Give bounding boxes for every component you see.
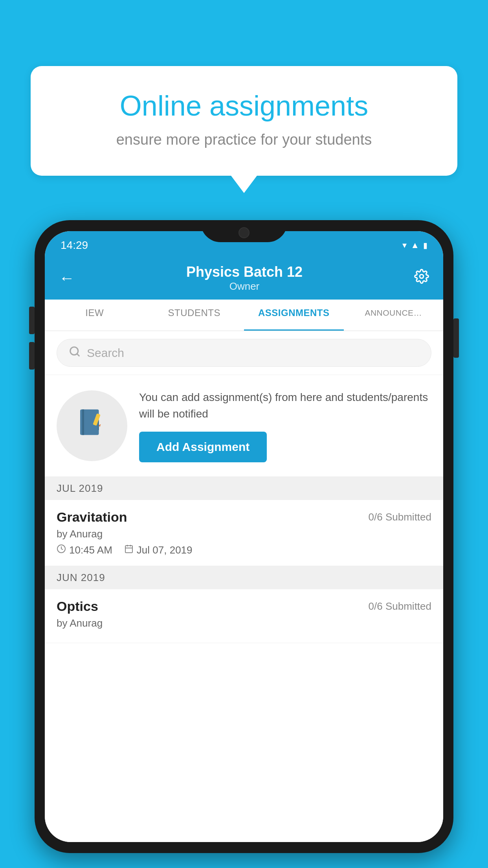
phone-device: 14:29 ▾ ▲ ▮ ← Physics Batch 12 Owner (35, 220, 453, 853)
power-button (453, 318, 459, 358)
svg-rect-4 (82, 409, 84, 435)
app-bar-title: Physics Batch 12 (186, 264, 303, 280)
cta-icon-circle (57, 390, 127, 461)
wifi-icon: ▾ (402, 240, 407, 250)
tab-students[interactable]: STUDENTS (145, 299, 244, 331)
assignment-submitted-optics: 0/6 Submitted (369, 600, 431, 612)
phone-notch (201, 220, 287, 242)
assignment-date-gravitation: Jul 07, 2019 (137, 544, 193, 556)
section-header-jul2019: JUL 2019 (45, 477, 443, 500)
search-input-wrap[interactable]: Search (57, 339, 431, 367)
bubble-title: Online assignments (62, 90, 426, 122)
svg-line-2 (77, 354, 79, 356)
clock-icon (57, 544, 66, 556)
cta-description-text: You can add assignment(s) from here and … (139, 389, 431, 422)
search-placeholder-text: Search (87, 346, 124, 360)
phone-frame: 14:29 ▾ ▲ ▮ ← Physics Batch 12 Owner (35, 220, 453, 853)
phone-camera (238, 227, 250, 238)
app-bar: ← Physics Batch 12 Owner (45, 256, 443, 300)
assignment-row1-optics: Optics 0/6 Submitted (57, 599, 431, 614)
search-container: Search (45, 331, 443, 375)
status-icons: ▾ ▲ ▮ (402, 240, 427, 250)
notebook-icon (76, 406, 108, 445)
volume-up-button (29, 307, 35, 334)
bubble-subtitle: ensure more practice for your students (62, 131, 426, 148)
tab-assignments[interactable]: ASSIGNMENTS (244, 299, 344, 331)
assignment-row2-optics: by Anurag (57, 617, 431, 629)
calendar-icon (124, 544, 134, 556)
battery-icon: ▮ (423, 241, 427, 250)
date-info-gravitation: Jul 07, 2019 (124, 544, 193, 556)
signal-icon: ▲ (411, 240, 419, 250)
screen-content: Search (45, 331, 443, 842)
app-bar-center: Physics Batch 12 Owner (186, 264, 303, 292)
svg-rect-9 (125, 546, 132, 553)
assignment-name-optics: Optics (57, 599, 98, 614)
status-time: 14:29 (61, 239, 88, 252)
back-button[interactable]: ← (59, 269, 75, 287)
assignment-row1: Gravitation 0/6 Submitted (57, 509, 431, 525)
assignment-row2-gravitation: by Anurag (57, 528, 431, 540)
section-header-jun2019: JUN 2019 (45, 566, 443, 589)
app-bar-subtitle: Owner (186, 280, 303, 292)
time-info-gravitation: 10:45 AM (57, 544, 112, 556)
tab-iew[interactable]: IEW (45, 299, 145, 331)
cta-section: You can add assignment(s) from here and … (45, 375, 443, 477)
svg-marker-7 (99, 424, 101, 427)
volume-down-button (29, 342, 35, 370)
search-icon (69, 346, 81, 360)
svg-point-0 (420, 274, 424, 278)
phone-screen: 14:29 ▾ ▲ ▮ ← Physics Batch 12 Owner (45, 231, 443, 842)
assignment-item-gravitation[interactable]: Gravitation 0/6 Submitted by Anurag (45, 500, 443, 566)
tab-announcements[interactable]: ANNOUNCE… (344, 299, 444, 331)
assignment-row3-gravitation: 10:45 AM Jul 07, 201 (57, 544, 431, 556)
assignment-time-gravitation: 10:45 AM (69, 544, 112, 556)
cta-content: You can add assignment(s) from here and … (139, 389, 431, 462)
assignment-submitted-gravitation: 0/6 Submitted (369, 511, 431, 523)
add-assignment-button[interactable]: Add Assignment (139, 432, 267, 462)
assignment-name-gravitation: Gravitation (57, 509, 127, 525)
tabs-bar: IEW STUDENTS ASSIGNMENTS ANNOUNCE… (45, 300, 443, 331)
speech-bubble: Online assignments ensure more practice … (31, 66, 457, 176)
settings-icon[interactable] (414, 269, 429, 287)
assignment-item-optics[interactable]: Optics 0/6 Submitted by Anurag (45, 589, 443, 643)
